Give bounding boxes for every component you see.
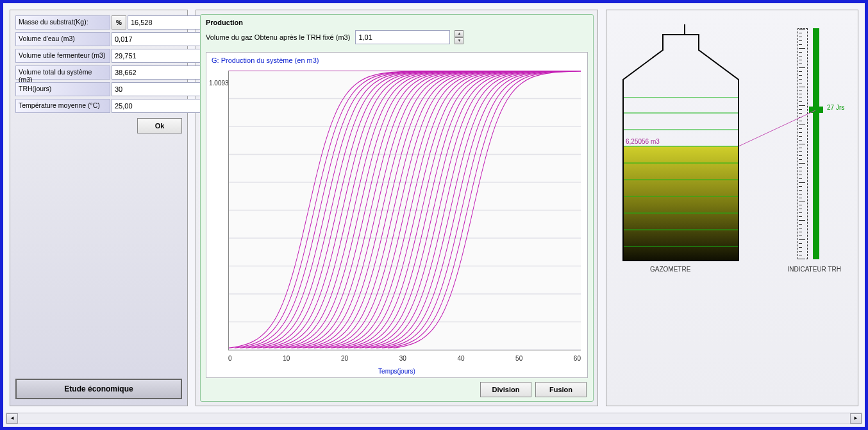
gas-volume-label: Volume du gaz Obtenu après le TRH fixé (… bbox=[206, 33, 350, 41]
trh-marker bbox=[809, 107, 823, 113]
production-chart: G: Production du système (en m3) 1.0093 … bbox=[206, 52, 588, 378]
production-group: Production Volume du gaz Obtenu après le… bbox=[200, 14, 594, 402]
chart-x-ticks: 0 10 20 30 40 50 60 bbox=[228, 355, 581, 362]
water-input[interactable] bbox=[112, 32, 206, 46]
gazometer-panel: 6,25056 m3 GAZOMETRE 27 Jrs INDICATEUR T… bbox=[606, 10, 858, 406]
vuf-input[interactable] bbox=[112, 49, 206, 63]
trh-indicator: 27 Jrs bbox=[797, 28, 826, 259]
vts-input[interactable] bbox=[112, 65, 206, 80]
vuf-label: Volume utile fermenteur (m3) bbox=[15, 49, 110, 63]
gas-volume-input[interactable] bbox=[355, 30, 450, 44]
production-panel: Production Volume du gaz Obtenu après le… bbox=[196, 10, 598, 406]
gazometer-caption: GAZOMETRE bbox=[650, 266, 690, 273]
scroll-right-icon[interactable]: ► bbox=[850, 413, 862, 424]
trh-input[interactable] bbox=[112, 82, 206, 96]
fusion-button[interactable]: Fusion bbox=[535, 382, 587, 397]
economic-study-button[interactable]: Etude économique bbox=[15, 379, 182, 399]
svg-rect-12 bbox=[624, 146, 738, 260]
horizontal-scrollbar[interactable]: ◄ ► bbox=[6, 413, 862, 424]
division-button[interactable]: Division bbox=[480, 382, 531, 397]
parameters-panel: Masse du substrat(Kg): % ▲▼ Volume d'eau… bbox=[10, 10, 188, 406]
scroll-left-icon[interactable]: ◄ bbox=[6, 413, 18, 424]
gazometer-volume-text: 6,25056 m3 bbox=[626, 138, 660, 145]
percent-button[interactable]: % bbox=[112, 15, 126, 30]
trh-label: TRH(jours) bbox=[15, 82, 110, 96]
water-label: Volume d'eau (m3) bbox=[15, 32, 110, 46]
ok-button[interactable]: Ok bbox=[137, 118, 182, 133]
temp-input[interactable] bbox=[112, 99, 206, 113]
trh-bar bbox=[813, 28, 819, 259]
chart-plot-area bbox=[228, 71, 581, 350]
trh-days-text: 27 Jrs bbox=[827, 104, 844, 111]
mass-label: Masse du substrat(Kg): bbox=[15, 15, 110, 30]
gas-spinner[interactable]: ▲▼ bbox=[455, 30, 463, 44]
chart-title: G: Production du système (en m3) bbox=[212, 56, 319, 64]
gazometer-graphic: 6,25056 m3 bbox=[613, 23, 760, 264]
production-title: Production bbox=[206, 19, 588, 26]
vts-label: Volume total du système (m3) bbox=[15, 65, 110, 80]
temp-label: Température moyenne (°C) bbox=[15, 99, 110, 113]
trh-caption: INDICATEUR TRH bbox=[787, 266, 841, 273]
chart-x-axis-label: Temps(jours) bbox=[378, 368, 415, 375]
